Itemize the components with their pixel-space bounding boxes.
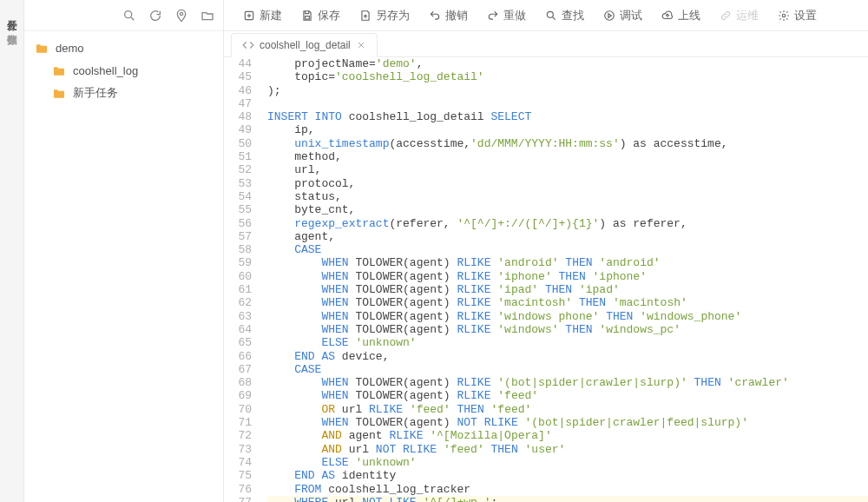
line-number: 72 <box>224 429 252 442</box>
undo-button[interactable]: 撤销 <box>420 4 477 27</box>
toolbar-label: 另存为 <box>376 8 410 23</box>
code-area[interactable]: projectName='demo', topic='coolshell_log… <box>260 57 868 502</box>
line-number: 44 <box>224 57 252 70</box>
code-line[interactable]: END AS device, <box>267 350 868 363</box>
settings-button[interactable]: 设置 <box>769 4 825 27</box>
code-line[interactable]: status, <box>267 190 868 203</box>
toolbar-label: 运维 <box>736 8 759 23</box>
code-line[interactable]: method, <box>267 150 868 163</box>
publish-button[interactable]: 上线 <box>653 4 709 27</box>
line-number: 65 <box>224 336 252 349</box>
code-line[interactable]: WHEN TOLOWER(agent) RLIKE 'android' THEN… <box>267 256 868 269</box>
line-number: 67 <box>224 363 252 376</box>
svg-point-9 <box>605 10 615 20</box>
save-button[interactable]: 保存 <box>293 4 349 27</box>
newfolder-icon[interactable] <box>201 9 214 23</box>
code-line[interactable]: agent, <box>267 230 868 243</box>
code-line[interactable]: projectName='demo', <box>267 57 868 70</box>
search-icon[interactable] <box>122 9 136 23</box>
cloud-up-icon <box>661 10 674 22</box>
ops-button: 运维 <box>711 4 767 27</box>
code-line[interactable]: WHEN TOLOWER(agent) RLIKE 'macintosh' TH… <box>267 296 868 309</box>
code-line[interactable]: unix_timestamp(accesstime,'dd/MMM/YYYY:H… <box>267 137 868 150</box>
left-rail: 开发任务数据存储 <box>0 0 24 502</box>
code-line[interactable]: WHEN TOLOWER(agent) RLIKE 'windows phone… <box>267 310 868 323</box>
line-number: 45 <box>224 70 252 83</box>
folder-icon <box>52 64 66 76</box>
toolbar-label: 调试 <box>620 8 642 23</box>
tree-item-label: 新手任务 <box>73 85 118 101</box>
tree-item[interactable]: coolshell_log <box>24 59 223 82</box>
toolbar-label: 保存 <box>318 8 340 23</box>
code-line[interactable]: FROM coolshell_log_tracker <box>267 483 868 496</box>
code-line[interactable]: WHEN TOLOWER(agent) RLIKE 'iphone' THEN … <box>267 270 868 283</box>
file-panel-toolbar <box>24 0 223 31</box>
code-line[interactable]: ); <box>267 84 868 97</box>
tree-item-label: demo <box>56 42 84 55</box>
location-icon[interactable] <box>174 9 188 23</box>
code-line[interactable] <box>267 97 868 110</box>
code-line[interactable]: WHEN TOLOWER(agent) RLIKE 'ipad' THEN 'i… <box>267 283 868 296</box>
line-number: 61 <box>224 283 252 296</box>
tree-item[interactable]: demo <box>24 36 223 59</box>
code-line[interactable]: AND url NOT RLIKE 'feed' THEN 'user' <box>267 443 868 456</box>
code-line[interactable]: url, <box>267 163 868 176</box>
rail-tab-0[interactable]: 开发任务 <box>4 5 19 19</box>
code-line[interactable]: AND agent RLIKE '^[Mozilla|Opera]' <box>267 429 868 442</box>
toolbar-label: 重做 <box>503 8 526 23</box>
tree-item[interactable]: 新手任务 <box>24 82 223 104</box>
close-icon[interactable] <box>356 40 366 50</box>
code-line[interactable]: regexp_extract(referer, '^[^/]+://([^/]+… <box>267 217 868 230</box>
code-line[interactable]: INSERT INTO coolshell_log_detail SELECT <box>267 110 868 123</box>
svg-line-8 <box>553 17 556 19</box>
file-panel: democoolshell_log新手任务 <box>24 0 224 502</box>
save-icon <box>301 10 313 22</box>
code-line[interactable]: ELSE 'unknown' <box>267 336 868 349</box>
code-line[interactable]: OR url RLIKE 'feed' THEN 'feed' <box>267 403 868 416</box>
gear-icon <box>778 10 790 22</box>
line-number: 57 <box>224 230 252 243</box>
code-line[interactable]: WHERE url NOT LIKE '^[/]+wp-'; <box>267 496 868 502</box>
code-line[interactable]: WHEN TOLOWER(agent) RLIKE 'feed' <box>267 389 868 402</box>
folder-icon <box>35 42 49 54</box>
code-line[interactable]: protocol, <box>267 177 868 190</box>
find-button[interactable]: 查找 <box>536 4 593 27</box>
code-line[interactable]: WHEN TOLOWER(agent) RLIKE '(bot|spider|c… <box>267 376 868 389</box>
line-number: 60 <box>224 270 252 283</box>
play-icon <box>603 10 615 22</box>
plus-icon <box>243 10 255 22</box>
code-line[interactable]: topic='coolshell_log_detail' <box>267 70 868 83</box>
code-line[interactable]: WHEN TOLOWER(agent) NOT RLIKE '(bot|spid… <box>267 416 868 429</box>
refresh-icon[interactable] <box>148 9 162 23</box>
code-line[interactable]: byte_cnt, <box>267 203 868 216</box>
code-line[interactable]: CASE <box>267 243 868 256</box>
line-number: 59 <box>224 256 252 269</box>
svg-point-0 <box>125 10 132 17</box>
code-icon <box>242 39 254 51</box>
main-area: 新建保存另存为撤销重做查找调试上线运维设置 coolshell_log_deta… <box>224 0 868 502</box>
saveas-button[interactable]: 另存为 <box>351 4 418 27</box>
svg-point-2 <box>180 12 182 15</box>
rail-tab-1[interactable]: 数据存储 <box>4 19 19 33</box>
redo-button[interactable]: 重做 <box>478 4 535 27</box>
new-button[interactable]: 新建 <box>234 4 291 27</box>
code-line[interactable]: ip, <box>267 123 868 136</box>
line-number: 76 <box>224 483 252 496</box>
svg-rect-6 <box>306 16 310 18</box>
code-line[interactable]: END AS identity <box>267 469 868 482</box>
code-line[interactable]: WHEN TOLOWER(agent) RLIKE 'windows' THEN… <box>267 323 868 336</box>
line-number: 58 <box>224 243 252 256</box>
code-line[interactable]: ELSE 'unknown' <box>267 456 868 469</box>
line-number: 48 <box>224 110 252 123</box>
line-number: 50 <box>224 137 252 150</box>
line-number: 56 <box>224 217 252 230</box>
code-editor[interactable]: 4445464748495051525354555657585960616263… <box>224 57 868 502</box>
debug-button[interactable]: 调试 <box>595 4 651 27</box>
folder-icon <box>52 87 66 99</box>
code-line[interactable]: CASE <box>267 363 868 376</box>
editor-tab[interactable]: coolshell_log_detail <box>231 33 378 57</box>
search-icon <box>545 10 557 22</box>
svg-line-1 <box>131 17 134 20</box>
line-gutter: 4445464748495051525354555657585960616263… <box>224 57 260 502</box>
line-number: 74 <box>224 456 252 469</box>
